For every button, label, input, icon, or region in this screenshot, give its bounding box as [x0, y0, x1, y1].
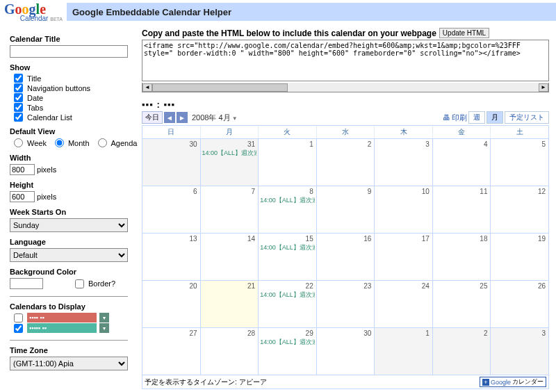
show-option-label: Tabs	[27, 104, 43, 112]
show-navigation-buttons-checkbox[interactable]	[14, 83, 23, 92]
print-button[interactable]: 🖶印刷	[443, 113, 467, 123]
day-cell[interactable]: 10	[375, 186, 433, 233]
day-number: 29	[306, 329, 313, 337]
day-cell[interactable]: 20	[142, 281, 201, 327]
google-calendar-badge[interactable]: +Google Google カレンダーカレンダー	[480, 377, 546, 387]
height-input[interactable]	[10, 191, 35, 202]
view-week-radio[interactable]	[14, 138, 23, 147]
day-number: 20	[189, 282, 197, 290]
show-option-label: Navigation buttons	[27, 84, 90, 92]
day-cell[interactable]: 23	[317, 281, 375, 327]
day-number: 23	[363, 282, 371, 290]
calendar1-checkbox[interactable]	[14, 313, 23, 322]
day-cell[interactable]: 3114:00【ALL】週次連絡	[201, 139, 259, 186]
day-cell[interactable]: 11	[433, 186, 491, 233]
scroll-right-icon[interactable]: ►	[539, 83, 548, 92]
day-of-week-header: 火	[259, 126, 317, 138]
day-cell[interactable]: 1	[259, 139, 317, 186]
day-cell[interactable]: 6	[142, 186, 201, 233]
show-tabs-checkbox[interactable]	[14, 103, 23, 112]
event-item[interactable]: 14:00【ALL】週次連絡	[260, 196, 314, 205]
day-number: 1	[425, 329, 430, 337]
show-title-checkbox[interactable]	[14, 74, 23, 83]
week-starts-select[interactable]: Sunday	[10, 218, 128, 232]
view-option-label: Week	[27, 139, 47, 147]
background-color-input[interactable]	[10, 278, 43, 289]
prev-month-button[interactable]: ◄	[164, 112, 175, 123]
day-number: 7	[252, 188, 256, 195]
day-cell[interactable]: 1	[375, 328, 433, 375]
day-cell[interactable]: 27	[142, 328, 201, 375]
day-number: 3	[541, 329, 546, 337]
scroll-left-icon[interactable]: ◄	[142, 83, 152, 92]
today-button[interactable]: 今日	[142, 111, 163, 124]
day-of-week-header: 金	[433, 126, 491, 138]
day-cell[interactable]: 26	[491, 281, 548, 327]
day-cell[interactable]: 2214:00【ALL】週次連絡	[259, 281, 317, 327]
day-cell[interactable]: 7	[201, 186, 259, 233]
calendar-title-input[interactable]	[10, 45, 128, 58]
event-item[interactable]: 14:00【ALL】週次連絡	[260, 291, 314, 300]
time-zone-select[interactable]: (GMT-11:00) Apia	[10, 357, 128, 370]
show-calendar-list-checkbox[interactable]	[14, 113, 23, 122]
day-cell[interactable]: 24	[375, 281, 433, 327]
calendar1-dropdown-icon[interactable]: ▾	[99, 313, 109, 322]
day-number: 2	[484, 329, 488, 337]
event-item[interactable]: 14:00【ALL】週次連絡	[260, 338, 314, 347]
day-cell[interactable]: 814:00【ALL】週次連絡	[259, 186, 317, 233]
day-cell[interactable]: 4	[433, 139, 491, 186]
calendar2-checkbox[interactable]	[14, 324, 23, 333]
day-cell[interactable]: 5	[491, 139, 548, 186]
border-checkbox[interactable]	[75, 279, 84, 288]
view-month-radio[interactable]	[55, 138, 64, 147]
height-unit: pixels	[37, 193, 56, 201]
month-label[interactable]: 2008年 4月▼	[192, 113, 238, 123]
background-color-label: Background Color	[10, 268, 135, 276]
day-cell[interactable]: 30	[317, 328, 375, 375]
show-option-label: Date	[27, 94, 43, 102]
day-cell[interactable]: 1514:00【ALL】週次連絡	[259, 234, 317, 280]
embed-code-textarea[interactable]: <iframe src="http://www.google.com/calen…	[142, 40, 549, 81]
tab-month[interactable]: 月	[486, 111, 503, 124]
day-cell[interactable]: 3	[491, 328, 548, 375]
day-cell[interactable]: 21	[201, 281, 259, 327]
view-agenda-radio[interactable]	[98, 138, 107, 147]
day-cell[interactable]: 2914:00【ALL】週次連絡	[259, 328, 317, 375]
day-number: 21	[247, 282, 255, 290]
day-number: 17	[422, 235, 430, 243]
day-cell[interactable]: 28	[201, 328, 259, 375]
day-cell[interactable]: 19	[491, 234, 548, 280]
day-cell[interactable]: 2	[317, 139, 375, 186]
day-cell[interactable]: 13	[142, 234, 201, 280]
day-cell[interactable]: 9	[317, 186, 375, 233]
day-cell[interactable]: 2	[433, 328, 491, 375]
day-number: 11	[480, 188, 487, 195]
copy-paste-label: Copy and paste the HTML below to include…	[142, 28, 436, 38]
day-cell[interactable]: 14	[201, 234, 259, 280]
day-cell[interactable]: 12	[491, 186, 548, 233]
day-cell[interactable]: 16	[317, 234, 375, 280]
day-number: 4	[484, 140, 488, 148]
calendar1-tag: ▪▪▪▪ ▪▪	[27, 313, 97, 322]
tab-week[interactable]: 週	[468, 111, 485, 124]
day-number: 13	[189, 235, 197, 243]
day-number: 30	[363, 329, 371, 337]
width-input[interactable]	[10, 164, 35, 175]
update-html-button[interactable]: Update HTML	[439, 28, 489, 38]
day-number: 12	[538, 188, 546, 195]
day-cell[interactable]: 25	[433, 281, 491, 327]
language-select[interactable]: Default	[10, 248, 128, 262]
day-cell[interactable]: 30	[142, 139, 201, 186]
next-month-button[interactable]: ►	[177, 112, 188, 123]
event-item[interactable]: 14:00【ALL】週次連絡	[202, 149, 256, 158]
calendar2-dropdown-icon[interactable]: ▾	[99, 323, 109, 333]
day-cell[interactable]: 18	[433, 234, 491, 280]
page-title: Google Embeddable Calendar Helper	[67, 3, 556, 21]
day-cell[interactable]: 3	[375, 139, 433, 186]
code-scrollbar[interactable]: ◄ ►	[142, 83, 549, 92]
day-cell[interactable]: 17	[375, 234, 433, 280]
event-item[interactable]: 14:00【ALL】週次連絡	[260, 243, 314, 252]
day-number: 10	[422, 188, 430, 195]
tab-agenda[interactable]: 予定リスト	[505, 111, 549, 124]
show-date-checkbox[interactable]	[14, 93, 23, 102]
